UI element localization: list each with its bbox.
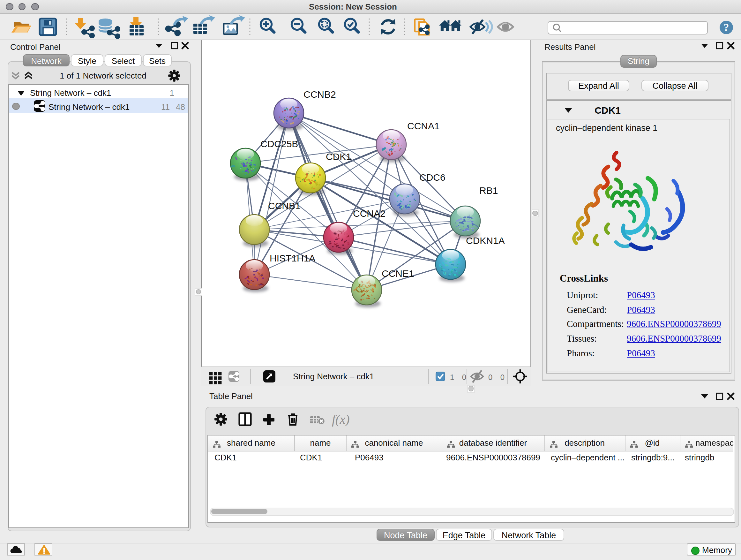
svg-text:f(x): f(x) <box>332 412 350 427</box>
